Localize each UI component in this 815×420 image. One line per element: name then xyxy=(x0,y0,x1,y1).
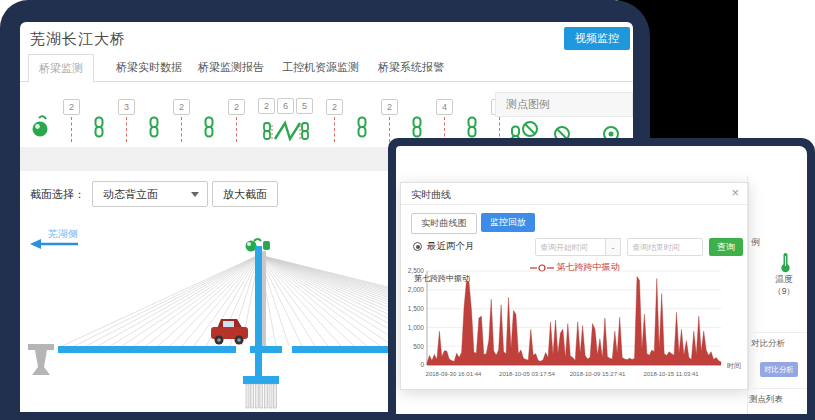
time-range-separator: - xyxy=(605,238,621,256)
tab-realtime-curve-view[interactable]: 实时曲线图 xyxy=(411,213,477,234)
car xyxy=(211,319,248,345)
sensor-count-badge: 5 xyxy=(296,98,313,114)
dashed-line xyxy=(236,117,237,142)
sensor-count-badge: 2 xyxy=(228,99,245,115)
svg-text:0: 0 xyxy=(420,361,424,368)
right-panel-header-fragment: 例 xyxy=(751,236,760,249)
video-monitor-button[interactable]: 视频监控 xyxy=(564,27,630,50)
popup-window: 实时曲线 × 实时曲线图 监控回放 最近两个月 - 查询 第七跨跨中振动 第七跨… xyxy=(388,138,815,420)
query-start-time-input[interactable] xyxy=(535,238,609,256)
recent-two-months-radio[interactable] xyxy=(413,242,422,251)
tab-monitoring-report[interactable]: 桥梁监测报告 xyxy=(188,54,274,80)
svg-text:2,000: 2,000 xyxy=(408,286,425,293)
svg-text:1,000: 1,000 xyxy=(408,324,425,331)
close-icon[interactable]: × xyxy=(731,185,739,200)
chain-sensor[interactable] xyxy=(148,116,160,142)
sensor-count-badge: 2 xyxy=(173,99,190,115)
pier-cap xyxy=(243,376,279,384)
sensor-marker[interactable]: 2 xyxy=(228,99,245,142)
tower-rear-pole xyxy=(262,251,266,348)
section-select-value: 动态背立面 xyxy=(103,188,158,200)
pier-piles xyxy=(246,384,277,408)
sensor-count-badge: 2 xyxy=(326,99,343,115)
sensor-count-badge: 6 xyxy=(277,98,294,114)
truss-sensor-icon xyxy=(263,115,309,142)
page-title: 芜湖长江大桥 xyxy=(30,30,126,49)
sensor-marker[interactable]: 2 xyxy=(173,99,190,142)
query-button[interactable]: 查询 xyxy=(709,238,743,256)
sensor-marker[interactable]: 2 xyxy=(326,99,343,142)
bridge-tower xyxy=(255,246,262,380)
temperature-label: 温度 xyxy=(768,274,800,286)
sensor-marker[interactable]: 4 xyxy=(436,99,453,142)
svg-text:500: 500 xyxy=(413,343,424,350)
svg-text:2018-09-30 16:01:44: 2018-09-30 16:01:44 xyxy=(426,371,482,377)
dashed-line xyxy=(389,117,390,142)
chain-sensor-icon xyxy=(93,116,105,138)
vibration-chart: 05001,0001,5002,0002,5002018-09-30 16:01… xyxy=(407,265,743,389)
point-list-label: 测点列表 xyxy=(749,394,783,406)
recent-two-months-label: 最近两个月 xyxy=(427,240,475,253)
chain-sensor[interactable] xyxy=(356,116,368,142)
query-end-time-input[interactable] xyxy=(627,238,703,256)
dashed-line xyxy=(334,117,335,142)
sensor-count-badge: 2 xyxy=(381,99,398,115)
bridge-side-label: 芜湖侧 xyxy=(47,228,78,239)
sensor-marker[interactable]: 3 xyxy=(118,99,135,142)
thermometer-icon xyxy=(779,252,792,273)
enlarge-section-button[interactable]: 放大截面 xyxy=(212,181,278,207)
sensor-count-badge: 3 xyxy=(118,99,135,115)
dialog-title: 实时曲线 xyxy=(411,188,451,202)
right-panel-border xyxy=(747,176,748,414)
right-panel-divider xyxy=(749,332,807,333)
section-select-dropdown[interactable]: 动态背立面 xyxy=(92,181,208,207)
tab-bridge-monitoring[interactable]: 桥梁监测 xyxy=(28,54,94,83)
sensor-count-badge: 2 xyxy=(258,98,275,114)
right-panel-divider-2 xyxy=(749,388,807,389)
svg-text:2018-10-09 15:27:41: 2018-10-09 15:27:41 xyxy=(570,371,626,377)
sensor-truss-group[interactable]: 265 xyxy=(258,98,313,142)
weight-sensor-icon xyxy=(30,114,50,138)
dashed-line xyxy=(126,117,127,142)
chain-sensor-icon xyxy=(356,116,368,138)
svg-text:2,500: 2,500 xyxy=(408,267,425,274)
chain-sensor-icon xyxy=(411,116,423,138)
chain-sensor-icon xyxy=(148,116,160,138)
dialog-header: 实时曲线 × xyxy=(401,183,748,205)
left-abutment xyxy=(28,344,54,375)
svg-text:1,500: 1,500 xyxy=(408,305,425,312)
realtime-curve-dialog: 实时曲线 × 实时曲线图 监控回放 最近两个月 - 查询 第七跨跨中振动 第七跨… xyxy=(400,182,749,390)
dashed-line xyxy=(71,117,72,142)
tab-ipc-resource[interactable]: 工控机资源监测 xyxy=(272,54,369,80)
section-select-label: 截面选择： xyxy=(30,187,85,202)
sensor-count-badge: 2 xyxy=(63,99,80,115)
sensor-marker[interactable]: 2 xyxy=(63,99,80,142)
caret-down-icon xyxy=(191,192,199,197)
tab-monitor-playback[interactable]: 监控回放 xyxy=(481,213,535,232)
tab-realtime-data[interactable]: 桥梁实时数据 xyxy=(106,54,192,80)
legend-panel-title: 测点图例 xyxy=(495,92,633,117)
svg-text:时间: 时间 xyxy=(727,362,741,370)
sensor-marker[interactable]: 2 xyxy=(381,99,398,142)
popup-window-content: 实时曲线 × 实时曲线图 监控回放 最近两个月 - 查询 第七跨跨中振动 第七跨… xyxy=(396,146,807,414)
compare-analysis-button[interactable]: 对比分析 xyxy=(760,362,798,377)
tab-system-alarm[interactable]: 桥梁系统报警 xyxy=(368,54,454,80)
compare-section-label: 对比分析 xyxy=(751,338,785,350)
chain-sensor[interactable] xyxy=(203,116,215,142)
main-tabbar: 桥梁监测 桥梁实时数据 桥梁监测报告 工控机资源监测 桥梁系统报警 视频监控 xyxy=(20,54,633,82)
temperature-count: （9） xyxy=(768,286,800,298)
svg-text:2018-10-15 11:03:41: 2018-10-15 11:03:41 xyxy=(643,371,699,377)
sensor-count-badge: 4 xyxy=(436,99,453,115)
sensor-row: 23222652242 xyxy=(30,88,492,142)
chain-sensor-icon xyxy=(466,116,478,138)
dashed-line xyxy=(181,117,182,142)
weight-sensor[interactable] xyxy=(30,114,50,142)
chain-sensor-icon xyxy=(203,116,215,138)
svg-text:2018-10-05 03:17:54: 2018-10-05 03:17:54 xyxy=(499,371,555,377)
direction-arrow-icon xyxy=(30,239,78,249)
chain-sensor[interactable] xyxy=(93,116,105,142)
